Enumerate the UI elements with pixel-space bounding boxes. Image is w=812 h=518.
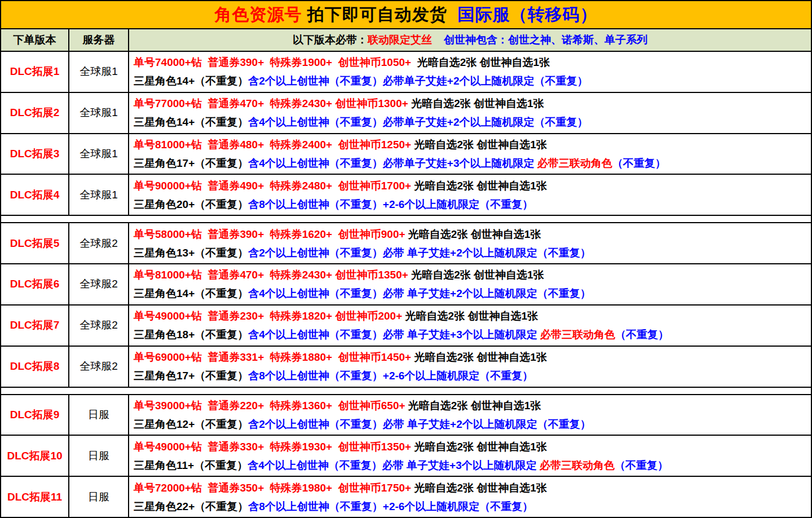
text-segment: 光暗自选2张 创世神自选1张 [411, 180, 547, 192]
detail-line-1: 单号39000+钻 普通券220+ 特殊券1360+ 创世神币650+ 光暗自选… [134, 396, 807, 415]
text-segment: 光暗自选2张 创世神自选1张 [411, 441, 547, 453]
text-segment: （不重复） [615, 329, 669, 340]
detail-line-2: 三星角色20+（不重复）含8个以上创世神（不重复）+2-6个以上随机限定（不重复… [134, 195, 807, 214]
header-server-label: 服务器 [69, 29, 129, 51]
detail-line-2: 三星角色14+（不重复）含4个以上创世神（不重复）必带 单子艾娃+2个以上随机限… [134, 284, 807, 303]
text-segment: 光暗自选2张 创世神自选1张 [411, 351, 547, 363]
details-cell: 单号90000+钻 普通券490+ 特殊券2480+ 创世神币1700+ 光暗自… [129, 175, 811, 215]
table-row: DLC拓展4全球服1单号90000+钻 普通券490+ 特殊券2480+ 创世神… [1, 175, 811, 216]
text-segment: 单号81000+钻 普通券470+ 特殊券2430+ 创世神币1350+ [134, 269, 408, 281]
version-cell: DLC拓展8 [1, 347, 69, 387]
text-segment: 单号72000+钻 普通券350+ 特殊券1980+ 创世神币1750+ [134, 482, 411, 494]
details-cell: 单号58000+钻 普通券390+ 特殊券1620+ 创世神币900+ 光暗自选… [129, 223, 811, 263]
text-segment: 单号77000+钻 普通券470+ 特殊券2430+ 创世神币1300+ [134, 98, 408, 109]
text-segment: 三星角色22+（不重复） [134, 501, 248, 512]
details-cell: 单号72000+钻 普通券350+ 特殊券1980+ 创世神币1750+ 光暗自… [129, 477, 811, 517]
text-segment: 以下版本必带： [293, 33, 368, 47]
text-segment: （不重复） [612, 157, 666, 169]
detail-line-1: 单号74000+钻 普通券390+ 特殊券1900+ 创世神币1050+ 光暗自… [134, 53, 807, 72]
group-separator [1, 388, 811, 395]
header-version-label: 下单版本 [1, 29, 69, 51]
server-cell: 全球服2 [69, 306, 129, 346]
server-cell: 全球服1 [69, 52, 129, 92]
text-segment: 必带三联动角色 [537, 157, 612, 169]
text-segment: 含8个以上创世神（不重复）+2-6个以上随机限定（不重复） [248, 370, 533, 382]
group-separator [1, 216, 811, 223]
version-cell: DLC拓展5 [1, 223, 69, 263]
text-segment: 三星角色20+（不重复） [134, 198, 248, 210]
table-row: DLC拓展7全球服2单号49000+钻 普通券230+ 特殊券1820+ 创世神… [1, 306, 811, 347]
text-segment: 单号49000+钻 普通券230+ 特殊券1820+ 创世神币200+ [134, 310, 402, 322]
version-cell: DLC拓展9 [1, 395, 69, 435]
server-cell: 全球服1 [69, 93, 129, 133]
text-segment: 三星角色17+（不重复） [134, 370, 248, 382]
table-row: DLC拓展5全球服2单号58000+钻 普通券390+ 特殊券1620+ 创世神… [1, 223, 811, 264]
text-segment: 含4个以上创世神（不重复）必带 单子艾娃+3个以上随机限定 [248, 459, 540, 471]
text-segment: 含2个以上创世神（不重复）必带 单子艾娃+2个以上随机限定（不重复） [248, 247, 591, 259]
text-segment: 光暗自选2张 创世神自选1张 [411, 139, 547, 150]
text-segment: 单号74000+钻 普通券390+ 特殊券1900+ 创世神币1050+ [134, 56, 411, 68]
text-segment: 必带三联动角色 [540, 329, 615, 340]
table-row: DLC拓展11日服单号72000+钻 普通券350+ 特殊券1980+ 创世神币… [1, 477, 811, 517]
version-cell: DLC拓展1 [1, 52, 69, 92]
details-cell: 单号49000+钻 普通券330+ 特殊券1930+ 创世神币1350+ 光暗自… [129, 436, 811, 476]
detail-line-2: 三星角色14+（不重复）含4个以上创世神（不重复）必带单子艾娃+2个以上随机限定… [134, 113, 807, 131]
text-segment: 光暗自选2张 创世神自选1张 [411, 56, 550, 68]
server-cell: 日服 [69, 395, 129, 435]
text-segment: 光暗自选2张 创世神自选1张 [405, 400, 541, 411]
text-segment: 含4个以上创世神（不重复）必带单子艾娃+3个以上随机限定 [248, 157, 537, 169]
detail-line-1: 单号69000+钻 普通券331+ 特殊券1880+ 创世神币1450+ 光暗自… [134, 348, 807, 366]
detail-line-2: 三星角色11+（不重复）含4个以上创世神（不重复）必带 单子艾娃+3个以上随机限… [134, 456, 807, 475]
table-row: DLC拓展2全球服1单号77000+钻 普通券470+ 特殊券2430+ 创世神… [1, 93, 811, 134]
text-segment: 三星角色14+（不重复） [134, 287, 248, 299]
detail-line-1: 单号72000+钻 普通券350+ 特殊券1980+ 创世神币1750+ 光暗自… [134, 479, 807, 497]
detail-line-1: 单号58000+钻 普通券390+ 特殊券1620+ 创世神币900+ 光暗自选… [134, 225, 807, 243]
version-cell: DLC拓展2 [1, 93, 69, 133]
table-row: DLC拓展6全球服2单号81000+钻 普通券470+ 特殊券2430+ 创世神… [1, 264, 811, 306]
banner-title-red: 角色资源号 [214, 3, 302, 26]
text-segment: 三星角色14+（不重复） [134, 75, 248, 87]
table-row: DLC拓展10日服单号49000+钻 普通券330+ 特殊券1930+ 创世神币… [1, 436, 811, 477]
table-row: DLC拓展3全球服1单号81000+钻 普通券480+ 特殊券2400+ 创世神… [1, 134, 811, 175]
details-cell: 单号49000+钻 普通券230+ 特殊券1820+ 创世神币200+ 光暗自选… [129, 306, 811, 346]
detail-line-2: 三星角色22+（不重复）含8个以上创世神（不重复）+2-6个以上随机限定（不重复… [134, 497, 807, 516]
detail-line-1: 单号49000+钻 普通券330+ 特殊券1930+ 创世神币1350+ 光暗自… [134, 437, 807, 456]
detail-line-1: 单号90000+钻 普通券490+ 特殊券2480+ 创世神币1700+ 光暗自… [134, 176, 807, 195]
detail-line-2: 三星角色17+（不重复）含4个以上创世神（不重复）必带单子艾娃+3个以上随机限定… [134, 154, 807, 172]
text-segment: 光暗自选2张 创世神自选1张 [408, 269, 544, 281]
text-segment: 单号69000+钻 普通券331+ 特殊券1880+ 创世神币1450+ [134, 351, 411, 363]
version-cell: DLC拓展7 [1, 306, 69, 346]
details-cell: 单号77000+钻 普通券470+ 特殊券2430+ 创世神币1300+ 光暗自… [129, 93, 811, 133]
banner-title-blue: 国际服（转移码） [452, 3, 597, 26]
table-body: DLC拓展1全球服1单号74000+钻 普通券390+ 特殊券1900+ 创世神… [1, 52, 811, 517]
version-cell: DLC拓展4 [1, 175, 69, 215]
banner: 角色资源号 拍下即可自动发货 国际服（转移码） [1, 1, 811, 29]
server-cell: 全球服2 [69, 223, 129, 263]
table-row: DLC拓展9日服单号39000+钻 普通券220+ 特殊券1360+ 创世神币6… [1, 395, 811, 436]
text-segment: 含8个以上创世神（不重复）+2-6个以上随机限定（不重复） [248, 501, 533, 512]
text-segment: 光暗自选2张 创世神自选1张 [402, 310, 538, 322]
text-segment: 三星角色14+（不重复） [134, 116, 248, 128]
detail-line-2: 三星角色17+（不重复）含8个以上创世神（不重复）+2-6个以上随机限定（不重复… [134, 366, 807, 385]
table-header: 下单版本 服务器 以下版本必带：联动限定艾丝 创世神包含：创世之神、诺希斯、单子… [1, 29, 811, 52]
text-segment: 单号81000+钻 普通券480+ 特殊券2400+ 创世神币1250+ [134, 139, 411, 150]
server-cell: 日服 [69, 477, 129, 517]
table-row: DLC拓展8全球服2单号69000+钻 普通券331+ 特殊券1880+ 创世神… [1, 347, 811, 388]
text-segment: 光暗自选2张 创世神自选1张 [408, 98, 544, 109]
text-segment: 三星角色18+（不重复） [134, 329, 248, 340]
version-cell: DLC拓展3 [1, 134, 69, 174]
text-segment: 光暗自选2张 创世神自选1张 [405, 228, 541, 240]
detail-line-1: 单号81000+钻 普通券480+ 特殊券2400+ 创世神币1250+ 光暗自… [134, 135, 807, 154]
text-segment: 必带三联动角色 [540, 459, 615, 471]
text-segment: 三星角色17+（不重复） [134, 157, 248, 169]
details-cell: 单号74000+钻 普通券390+ 特殊券1900+ 创世神币1050+ 光暗自… [129, 52, 811, 92]
server-cell: 全球服2 [69, 264, 129, 304]
text-segment: 创世神包含：创世之神、诺希斯、单子系列 [444, 33, 647, 47]
text-segment: 含4个以上创世神（不重复）必带 单子艾娃+2个以上随机限定（不重复） [248, 287, 591, 299]
text-segment: 含8个以上创世神（不重复）+2-6个以上随机限定（不重复） [248, 198, 533, 210]
detail-line-2: 三星角色12+（不重复）含2个以上创世神（不重复）必带 单子艾娃+2个以上随机限… [134, 415, 807, 433]
text-segment: 单号39000+钻 普通券220+ 特殊券1360+ 创世神币650+ [134, 400, 405, 411]
version-cell: DLC拓展10 [1, 436, 69, 476]
text-segment: 含2个以上创世神（不重复）必带 单子艾娃+2个以上随机限定（不重复） [248, 418, 591, 430]
details-cell: 单号39000+钻 普通券220+ 特殊券1360+ 创世神币650+ 光暗自选… [129, 395, 811, 435]
